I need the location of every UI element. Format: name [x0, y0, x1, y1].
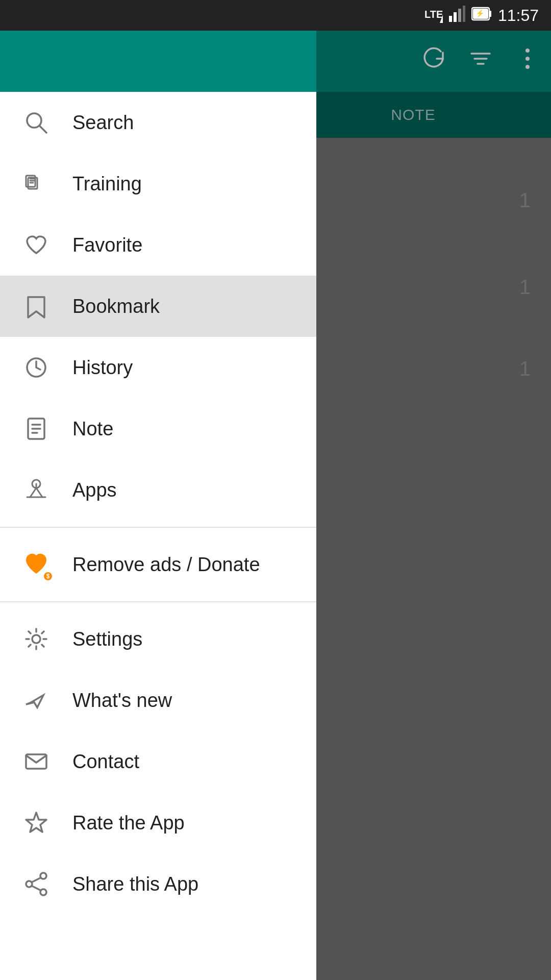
signal-icon: [449, 6, 465, 25]
favorite-label: Favorite: [72, 234, 142, 256]
status-icons: LTE ⚡ 11:57: [424, 5, 539, 26]
svg-line-30: [30, 488, 36, 497]
search-icon: [18, 105, 54, 140]
svg-line-17: [39, 126, 46, 133]
donate-icon: $: [18, 547, 54, 582]
svg-point-37: [40, 873, 46, 879]
menu-list: Search Training Favorite: [0, 92, 316, 980]
note-label: Note: [72, 418, 113, 440]
svg-rect-5: [463, 6, 465, 22]
apps-label: Apps: [72, 479, 117, 501]
contact-icon: [18, 744, 54, 779]
nav-drawer: Search Training Favorite: [0, 0, 316, 980]
menu-item-contact[interactable]: Contact: [0, 731, 316, 792]
share-label: Share this App: [72, 873, 198, 895]
whats-new-label: What's new: [72, 690, 172, 712]
svg-line-40: [32, 878, 40, 882]
battery-icon: ⚡: [471, 6, 492, 25]
menu-item-history[interactable]: History: [0, 337, 316, 398]
clock: 11:57: [498, 6, 539, 25]
svg-rect-7: [489, 11, 491, 17]
svg-text:⚡: ⚡: [475, 9, 485, 18]
donate-label: Remove ads / Donate: [72, 554, 260, 576]
training-label: Training: [72, 173, 142, 195]
svg-point-39: [40, 889, 46, 895]
menu-item-settings[interactable]: Settings: [0, 608, 316, 670]
rate-icon: [18, 805, 54, 841]
training-icon: [18, 166, 54, 202]
whats-new-icon: [18, 682, 54, 718]
menu-item-apps[interactable]: Apps: [0, 459, 316, 521]
menu-item-training[interactable]: Training: [0, 153, 316, 214]
lte-icon: LTE: [424, 5, 443, 26]
svg-line-31: [36, 488, 42, 497]
menu-item-note[interactable]: Note: [0, 398, 316, 459]
menu-item-rate[interactable]: Rate the App: [0, 792, 316, 853]
settings-icon: [18, 621, 54, 657]
note-icon: [18, 411, 54, 447]
bookmark-icon: [18, 288, 54, 324]
rate-label: Rate the App: [72, 812, 185, 834]
favorite-icon: [18, 227, 54, 263]
svg-point-33: [32, 635, 40, 643]
status-bar: LTE ⚡ 11:57: [0, 0, 551, 31]
contact-label: Contact: [72, 751, 139, 773]
svg-marker-36: [26, 813, 46, 832]
bookmark-label: Bookmark: [72, 296, 160, 317]
settings-label: Settings: [72, 628, 142, 650]
svg-rect-2: [449, 16, 452, 22]
svg-line-41: [32, 886, 40, 890]
history-icon: [18, 350, 54, 385]
svg-text:LTE: LTE: [424, 9, 443, 20]
menu-item-donate[interactable]: $ Remove ads / Donate: [0, 534, 316, 595]
search-label: Search: [72, 112, 134, 134]
menu-item-share[interactable]: Share this App: [0, 853, 316, 915]
menu-item-favorite[interactable]: Favorite: [0, 214, 316, 276]
divider-1: [0, 527, 316, 528]
menu-item-bookmark[interactable]: Bookmark: [0, 276, 316, 337]
history-label: History: [72, 357, 133, 379]
svg-rect-4: [458, 9, 461, 22]
share-icon: [18, 866, 54, 902]
menu-item-whats-new[interactable]: What's new: [0, 670, 316, 731]
svg-point-38: [26, 881, 32, 887]
divider-2: [0, 601, 316, 602]
apps-icon: [18, 472, 54, 508]
svg-rect-3: [454, 12, 457, 22]
menu-item-search[interactable]: Search: [0, 92, 316, 153]
